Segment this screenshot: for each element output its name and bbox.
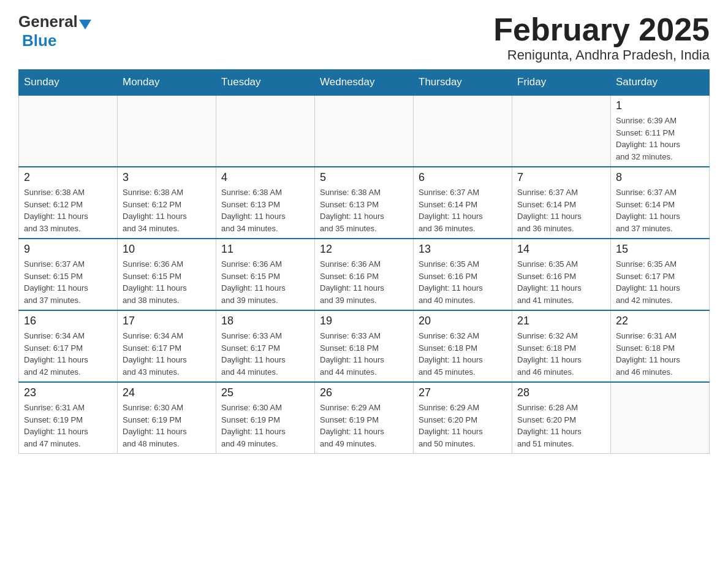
page-header: General Blue February 2025 Renigunta, An… xyxy=(18,12,710,63)
calendar-cell: 16Sunrise: 6:34 AMSunset: 6:17 PMDayligh… xyxy=(19,310,118,382)
week-row-1: 1Sunrise: 6:39 AMSunset: 6:11 PMDaylight… xyxy=(19,95,710,167)
day-number: 4 xyxy=(221,171,309,184)
day-number: 9 xyxy=(24,243,112,256)
logo-arrow-icon xyxy=(79,20,91,29)
day-number: 8 xyxy=(616,171,704,184)
day-info: Sunrise: 6:33 AMSunset: 6:18 PMDaylight:… xyxy=(320,330,408,378)
week-row-2: 2Sunrise: 6:38 AMSunset: 6:12 PMDaylight… xyxy=(19,167,710,239)
calendar-cell xyxy=(19,95,118,167)
day-info: Sunrise: 6:37 AMSunset: 6:15 PMDaylight:… xyxy=(24,258,112,306)
day-number: 7 xyxy=(517,171,605,184)
calendar-cell xyxy=(216,95,315,167)
calendar-cell: 12Sunrise: 6:36 AMSunset: 6:16 PMDayligh… xyxy=(315,239,414,310)
calendar-cell xyxy=(512,95,611,167)
day-number: 25 xyxy=(221,386,309,399)
day-number: 17 xyxy=(123,315,211,327)
day-info: Sunrise: 6:38 AMSunset: 6:13 PMDaylight:… xyxy=(320,186,408,234)
day-info: Sunrise: 6:35 AMSunset: 6:16 PMDaylight:… xyxy=(517,258,605,306)
day-info: Sunrise: 6:37 AMSunset: 6:14 PMDaylight:… xyxy=(517,186,605,234)
calendar-cell: 28Sunrise: 6:28 AMSunset: 6:20 PMDayligh… xyxy=(512,382,611,454)
calendar-cell: 20Sunrise: 6:32 AMSunset: 6:18 PMDayligh… xyxy=(414,310,512,382)
calendar-cell xyxy=(414,95,512,167)
location-subtitle: Renigunta, Andhra Pradesh, India xyxy=(493,47,710,63)
calendar-cell: 18Sunrise: 6:33 AMSunset: 6:17 PMDayligh… xyxy=(216,310,315,382)
day-info: Sunrise: 6:34 AMSunset: 6:17 PMDaylight:… xyxy=(24,330,112,378)
week-row-3: 9Sunrise: 6:37 AMSunset: 6:15 PMDaylight… xyxy=(19,239,710,310)
day-info: Sunrise: 6:36 AMSunset: 6:15 PMDaylight:… xyxy=(123,258,211,306)
day-info: Sunrise: 6:35 AMSunset: 6:17 PMDaylight:… xyxy=(616,258,704,306)
weekday-header-row: SundayMondayTuesdayWednesdayThursdayFrid… xyxy=(19,70,710,96)
month-title: February 2025 xyxy=(493,12,710,47)
day-number: 1 xyxy=(616,99,704,112)
calendar-cell: 24Sunrise: 6:30 AMSunset: 6:19 PMDayligh… xyxy=(118,382,216,454)
day-info: Sunrise: 6:39 AMSunset: 6:11 PMDaylight:… xyxy=(616,115,704,163)
weekday-header-wednesday: Wednesday xyxy=(315,70,414,96)
day-number: 12 xyxy=(320,243,408,256)
calendar-cell: 8Sunrise: 6:37 AMSunset: 6:14 PMDaylight… xyxy=(611,167,710,239)
day-info: Sunrise: 6:30 AMSunset: 6:19 PMDaylight:… xyxy=(221,402,309,450)
weekday-header-friday: Friday xyxy=(512,70,611,96)
day-number: 27 xyxy=(419,386,507,399)
day-number: 20 xyxy=(419,315,507,327)
calendar-cell: 27Sunrise: 6:29 AMSunset: 6:20 PMDayligh… xyxy=(414,382,512,454)
week-row-4: 16Sunrise: 6:34 AMSunset: 6:17 PMDayligh… xyxy=(19,310,710,382)
day-info: Sunrise: 6:31 AMSunset: 6:19 PMDaylight:… xyxy=(24,402,112,450)
calendar-cell: 3Sunrise: 6:38 AMSunset: 6:12 PMDaylight… xyxy=(118,167,216,239)
day-info: Sunrise: 6:37 AMSunset: 6:14 PMDaylight:… xyxy=(616,186,704,234)
title-section: February 2025 Renigunta, Andhra Pradesh,… xyxy=(493,12,710,63)
weekday-header-saturday: Saturday xyxy=(611,70,710,96)
day-info: Sunrise: 6:35 AMSunset: 6:16 PMDaylight:… xyxy=(419,258,507,306)
day-number: 14 xyxy=(517,243,605,256)
day-number: 15 xyxy=(616,243,704,256)
calendar-cell: 14Sunrise: 6:35 AMSunset: 6:16 PMDayligh… xyxy=(512,239,611,310)
day-info: Sunrise: 6:37 AMSunset: 6:14 PMDaylight:… xyxy=(419,186,507,234)
weekday-header-sunday: Sunday xyxy=(19,70,118,96)
day-info: Sunrise: 6:38 AMSunset: 6:12 PMDaylight:… xyxy=(123,186,211,234)
day-number: 22 xyxy=(616,315,704,327)
calendar-cell: 17Sunrise: 6:34 AMSunset: 6:17 PMDayligh… xyxy=(118,310,216,382)
day-number: 21 xyxy=(517,315,605,327)
calendar-cell: 6Sunrise: 6:37 AMSunset: 6:14 PMDaylight… xyxy=(414,167,512,239)
weekday-header-monday: Monday xyxy=(118,70,216,96)
calendar-cell: 26Sunrise: 6:29 AMSunset: 6:19 PMDayligh… xyxy=(315,382,414,454)
calendar-cell: 7Sunrise: 6:37 AMSunset: 6:14 PMDaylight… xyxy=(512,167,611,239)
calendar-cell: 10Sunrise: 6:36 AMSunset: 6:15 PMDayligh… xyxy=(118,239,216,310)
weekday-header-thursday: Thursday xyxy=(414,70,512,96)
calendar-cell: 22Sunrise: 6:31 AMSunset: 6:18 PMDayligh… xyxy=(611,310,710,382)
calendar-cell: 11Sunrise: 6:36 AMSunset: 6:15 PMDayligh… xyxy=(216,239,315,310)
day-info: Sunrise: 6:36 AMSunset: 6:16 PMDaylight:… xyxy=(320,258,408,306)
calendar-cell: 23Sunrise: 6:31 AMSunset: 6:19 PMDayligh… xyxy=(19,382,118,454)
calendar-cell: 21Sunrise: 6:32 AMSunset: 6:18 PMDayligh… xyxy=(512,310,611,382)
logo-general-text: General xyxy=(18,12,78,31)
day-number: 16 xyxy=(24,315,112,327)
day-number: 24 xyxy=(123,386,211,399)
day-number: 19 xyxy=(320,315,408,327)
calendar-cell xyxy=(611,382,710,454)
calendar-cell: 15Sunrise: 6:35 AMSunset: 6:17 PMDayligh… xyxy=(611,239,710,310)
day-info: Sunrise: 6:38 AMSunset: 6:12 PMDaylight:… xyxy=(24,186,112,234)
logo-blue-text: Blue xyxy=(22,31,56,50)
day-info: Sunrise: 6:32 AMSunset: 6:18 PMDaylight:… xyxy=(419,330,507,378)
day-info: Sunrise: 6:38 AMSunset: 6:13 PMDaylight:… xyxy=(221,186,309,234)
day-number: 11 xyxy=(221,243,309,256)
day-number: 6 xyxy=(419,171,507,184)
day-info: Sunrise: 6:30 AMSunset: 6:19 PMDaylight:… xyxy=(123,402,211,450)
day-number: 2 xyxy=(24,171,112,184)
week-row-5: 23Sunrise: 6:31 AMSunset: 6:19 PMDayligh… xyxy=(19,382,710,454)
calendar-cell: 9Sunrise: 6:37 AMSunset: 6:15 PMDaylight… xyxy=(19,239,118,310)
calendar-cell: 1Sunrise: 6:39 AMSunset: 6:11 PMDaylight… xyxy=(611,95,710,167)
calendar-table: SundayMondayTuesdayWednesdayThursdayFrid… xyxy=(18,69,710,454)
day-info: Sunrise: 6:33 AMSunset: 6:17 PMDaylight:… xyxy=(221,330,309,378)
day-info: Sunrise: 6:29 AMSunset: 6:19 PMDaylight:… xyxy=(320,402,408,450)
calendar-cell: 2Sunrise: 6:38 AMSunset: 6:12 PMDaylight… xyxy=(19,167,118,239)
day-number: 23 xyxy=(24,386,112,399)
logo: General Blue xyxy=(18,12,93,50)
calendar-cell: 4Sunrise: 6:38 AMSunset: 6:13 PMDaylight… xyxy=(216,167,315,239)
day-number: 18 xyxy=(221,315,309,327)
calendar-cell xyxy=(118,95,216,167)
calendar-cell xyxy=(315,95,414,167)
calendar-cell: 25Sunrise: 6:30 AMSunset: 6:19 PMDayligh… xyxy=(216,382,315,454)
day-info: Sunrise: 6:28 AMSunset: 6:20 PMDaylight:… xyxy=(517,402,605,450)
day-info: Sunrise: 6:32 AMSunset: 6:18 PMDaylight:… xyxy=(517,330,605,378)
day-number: 28 xyxy=(517,386,605,399)
